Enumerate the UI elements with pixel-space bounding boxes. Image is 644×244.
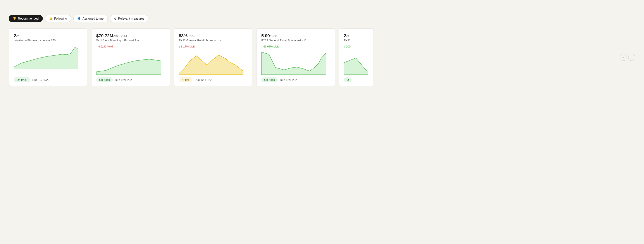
card-value-total: /5.00 <box>270 34 277 38</box>
chart-area <box>96 51 165 75</box>
status-badge: On track <box>261 77 278 82</box>
card-value-line: 2/2 <box>14 33 82 38</box>
due-date: Due 12/11/22 <box>115 78 132 82</box>
scorecard-card2: $70.72M/$64.25M Workforce Planning > Exc… <box>91 28 170 86</box>
card-footer: O <box>344 77 369 82</box>
card-value-main: 5.00 <box>261 33 270 38</box>
card-name: FY22... <box>344 39 369 42</box>
card-value-line: 2/3 <box>344 33 369 38</box>
card-name: Workforce Planning > deliver 170... <box>14 39 82 42</box>
card-footer: On track Due 12/11/22 ··· <box>96 77 165 82</box>
cards-wrapper: 2/2 Workforce Planning > deliver 170... … <box>9 28 617 86</box>
status-badge: On track <box>96 77 113 82</box>
card-value-total: /$64.25M <box>113 34 127 38</box>
card-name: Workforce Planning > Exceed Rev... <box>96 39 165 42</box>
following-icon: 🔔 <box>49 17 52 20</box>
card-top: 2/2 Workforce Planning > deliver 170... <box>14 33 82 42</box>
chart-area <box>179 51 247 75</box>
card-name: FY22 General Retail Scorecard > I... <box>179 39 247 42</box>
card-value-total: /2 <box>16 34 19 38</box>
mom-arrow: ↓ 3.17% MoM <box>179 45 196 48</box>
status-badge: O <box>344 77 352 82</box>
card-value-line: $70.72M/$64.25M <box>96 33 165 38</box>
recommended-icon: 🏆 <box>13 17 16 20</box>
mom-arrow: ↑ 66.67% MoM <box>261 45 280 48</box>
card-value-line: 5.00/5.00 <box>261 33 330 38</box>
card-menu[interactable]: ··· <box>326 78 330 82</box>
chart-area <box>344 51 369 75</box>
nav-arrows: ‹ › <box>620 54 635 61</box>
card-top: $70.72M/$64.25M Workforce Planning > Exc… <box>96 33 165 42</box>
card-mom: ↓ 3.17% MoM <box>179 45 247 48</box>
relevant-icon: ⊙ <box>114 17 116 20</box>
card-menu[interactable]: ··· <box>162 78 165 82</box>
card-mom: ↑ 66.67% MoM <box>261 45 330 48</box>
card-footer: At risk Due 12/11/22 ··· <box>179 77 247 82</box>
next-arrow[interactable]: › <box>628 54 635 61</box>
scorecard-card1: 2/2 Workforce Planning > deliver 170... … <box>9 28 87 86</box>
prev-arrow[interactable]: ‹ <box>620 54 627 61</box>
card-menu[interactable]: ··· <box>244 78 247 82</box>
filter-tab-relevant[interactable]: ⊙Relevant measures <box>110 15 149 22</box>
mom-arrow: ↑ 100 <box>344 45 350 48</box>
card-footer: On track Due 12/11/22 ··· <box>14 77 82 82</box>
filter-tab-following[interactable]: 🔔Following <box>45 15 71 22</box>
card-value-total: /3 <box>346 34 349 38</box>
due-date: Due 12/11/22 <box>194 78 212 82</box>
card-mom: ↓ 9.51% MoM <box>96 45 165 48</box>
card-value-main: 83% <box>179 33 188 38</box>
card-value-main: 2 <box>14 33 16 38</box>
filter-tab-recommended[interactable]: 🏆Recommended <box>9 15 43 22</box>
card-name: FY22 General Retail Scorecard > C... <box>261 39 330 42</box>
mom-arrow: ↓ 9.51% MoM <box>96 45 113 48</box>
scorecard-card4: 5.00/5.00 FY22 General Retail Scorecard … <box>256 28 335 86</box>
filter-tab-assigned[interactable]: 👤Assigned to me <box>73 15 108 22</box>
due-date: Due 12/11/22 <box>32 78 49 82</box>
scorecard-card3: 83%/85% FY22 General Retail Scorecard > … <box>174 28 252 86</box>
due-date: Due 12/11/22 <box>280 78 297 82</box>
card-top: 2/3 FY22... <box>344 33 369 42</box>
card-mom: ↑ 100 <box>344 45 369 48</box>
assigned-icon: 👤 <box>78 17 81 20</box>
card-value-main: 2 <box>344 33 346 38</box>
scorecard-card5: 2/3 FY22... ↑ 100 O <box>339 28 374 86</box>
chart-area <box>14 45 82 69</box>
card-top: 5.00/5.00 FY22 General Retail Scorecard … <box>261 33 330 42</box>
card-value-main: $70.72M <box>96 33 113 38</box>
card-top: 83%/85% FY22 General Retail Scorecard > … <box>179 33 247 42</box>
card-footer: On track Due 12/11/22 ··· <box>261 77 330 82</box>
cards-section: 2/2 Workforce Planning > deliver 170... … <box>9 28 635 86</box>
card-value-line: 83%/85% <box>179 33 247 38</box>
chart-area <box>261 51 330 75</box>
status-badge: On track <box>14 77 30 82</box>
filter-tabs: 🏆Recommended🔔Following👤Assigned to me⊙Re… <box>9 15 635 22</box>
card-menu[interactable]: ··· <box>79 78 82 82</box>
card-value-total: /85% <box>188 34 195 38</box>
status-badge: At risk <box>179 77 192 82</box>
